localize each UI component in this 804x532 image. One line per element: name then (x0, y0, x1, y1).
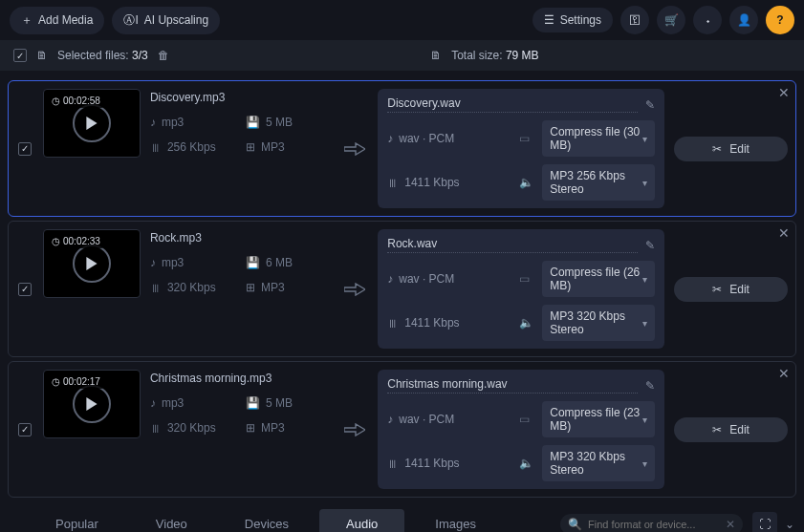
chevron-down-icon: ▾ (642, 415, 647, 425)
bars-icon: ⫼ (387, 316, 399, 330)
destination-panel: Christmas morning.wav ✎ ♪wav · PCM ▭ Com… (378, 370, 664, 489)
source-filename: Rock.mp3 (150, 231, 332, 245)
selected-files-text: Selected files: 3/3 (57, 49, 148, 62)
compress-dropdown[interactable]: Compress file (23 MB)▾ (542, 401, 655, 437)
destination-filename: Christmas morning.wav (387, 377, 638, 394)
search-icon: 🔍 (568, 518, 582, 531)
note-icon: ♪ (150, 256, 156, 269)
format-search[interactable]: 🔍 ✕ (560, 514, 743, 533)
source-filename: Christmas morning.mp3 (150, 372, 332, 385)
bars-icon: ⫼ (150, 140, 162, 154)
files-icon: 🗎 (36, 49, 48, 62)
destination-filename: Rock.wav (387, 237, 638, 253)
settings-label: Settings (560, 13, 601, 27)
disk-icon: 💾 (246, 396, 260, 410)
cart-icon: 🛒 (664, 13, 679, 27)
search-input[interactable] (588, 519, 720, 530)
tab-devices[interactable]: Devices (218, 509, 315, 532)
duration-badge: ◷00:02:58 (48, 94, 104, 108)
help-button[interactable]: ? (766, 6, 794, 34)
quality-dropdown[interactable]: MP3 320 Kbps Stereo▾ (542, 445, 655, 481)
note-icon: ♪ (150, 116, 156, 129)
file-checkbox[interactable]: ✓ (18, 142, 32, 156)
clear-button[interactable]: 🗑 (158, 49, 169, 62)
destination-bitrate: ⫼1411 Kbps (387, 316, 511, 330)
settings-button[interactable]: ☰ Settings (532, 8, 613, 32)
disk-icon: 💾 (246, 116, 260, 129)
edit-button[interactable]: ✂ Edit (674, 277, 788, 302)
source-filename: Discovery.mp3 (150, 91, 332, 104)
remove-file-button[interactable]: ✕ (778, 366, 790, 381)
arrow-icon (341, 229, 368, 349)
add-media-label: Add Media (38, 13, 93, 27)
clock-icon: ◷ (52, 236, 60, 246)
destination-format: ♪wav · PCM (387, 272, 511, 286)
source-size: 💾5 MB (246, 116, 313, 129)
source-bitrate: ⫼320 Kbps (150, 421, 217, 435)
duration-badge: ◷00:02:17 (48, 374, 104, 389)
expand-formats-button[interactable]: ⛶ (752, 512, 777, 533)
user-icon: 👤 (737, 13, 751, 27)
quality-dropdown[interactable]: MP3 320 Kbps Stereo▾ (542, 305, 655, 341)
key-button[interactable]: ⚿ (620, 6, 649, 34)
source-bitrate: ⫼320 Kbps (150, 281, 217, 294)
clock-icon: ◷ (52, 96, 60, 106)
remove-file-button[interactable]: ✕ (778, 225, 790, 241)
scissors-icon: ✂ (712, 423, 722, 436)
source-container: ⊞MP3 (246, 281, 313, 294)
compress-icon: ▭ (519, 272, 534, 286)
rename-button[interactable]: ✎ (645, 98, 655, 112)
note-icon: ♪ (387, 132, 393, 145)
cart-button[interactable]: 🛒 (657, 6, 685, 34)
compress-dropdown[interactable]: Compress file (30 MB)▾ (542, 120, 655, 157)
tab-images[interactable]: Images (408, 509, 503, 532)
file-checkbox[interactable]: ✓ (18, 423, 32, 436)
tab-audio[interactable]: Audio (319, 509, 404, 532)
select-all-checkbox[interactable]: ✓ (13, 49, 27, 62)
ai-upscaling-button[interactable]: ⒶI AI Upscaling (112, 7, 220, 34)
file-checkbox[interactable]: ✓ (18, 283, 32, 296)
duration-badge: ◷00:02:33 (48, 234, 104, 248)
account-button[interactable]: 👤 (729, 6, 758, 34)
file-row: ✕ ✓ ◷00:02:58 Discovery.mp3 ♪mp3 💾5 MB ⫼… (8, 80, 796, 217)
note-icon: ♪ (387, 272, 393, 286)
compress-icon: ▭ (519, 413, 534, 426)
destination-bitrate: ⫼1411 Kbps (387, 457, 511, 470)
file-row: ✕ ✓ ◷00:02:17 Christmas morning.mp3 ♪mp3… (8, 361, 796, 498)
file-row: ✕ ✓ ◷00:02:33 Rock.mp3 ♪mp3 💾6 MB ⫼320 K… (8, 221, 796, 357)
edit-button[interactable]: ✂ Edit (674, 417, 788, 442)
edit-button[interactable]: ✂ Edit (674, 137, 788, 161)
remove-file-button[interactable]: ✕ (778, 85, 790, 100)
play-button[interactable] (73, 104, 111, 142)
tab-popular[interactable]: Popular (29, 509, 125, 532)
chevron-down-icon: ▾ (642, 178, 647, 188)
tab-video[interactable]: Video (129, 509, 214, 532)
rename-button[interactable]: ✎ (645, 379, 655, 393)
source-format: ♪mp3 (150, 396, 217, 410)
ai-upscaling-label: AI Upscaling (144, 13, 208, 27)
source-size: 💾5 MB (246, 396, 313, 410)
note-icon: ♪ (387, 413, 393, 426)
play-button[interactable] (73, 245, 111, 283)
add-media-button[interactable]: ＋ Add Media (10, 7, 104, 34)
chevron-down-icon: ▾ (642, 318, 647, 329)
document-icon: 🗎 (430, 49, 442, 62)
clear-search-icon[interactable]: ✕ (726, 518, 735, 531)
share-button[interactable]: ⬩ (693, 6, 722, 34)
play-button[interactable] (73, 385, 111, 423)
bars-icon: ⫼ (387, 457, 399, 470)
clock-icon: ◷ (52, 376, 60, 387)
quality-dropdown[interactable]: MP3 256 Kbps Stereo▾ (542, 164, 655, 201)
arrow-icon (341, 89, 368, 208)
compress-dropdown[interactable]: Compress file (26 MB)▾ (542, 261, 655, 297)
destination-panel: Discovery.wav ✎ ♪wav · PCM ▭ Compress fi… (378, 89, 664, 208)
help-icon: ? (776, 13, 783, 27)
source-bitrate: ⫼256 Kbps (150, 140, 217, 154)
scissors-icon: ✂ (712, 283, 722, 296)
collapse-panel-button[interactable]: ⌄ (785, 518, 794, 531)
container-icon: ⊞ (246, 281, 255, 294)
rename-button[interactable]: ✎ (645, 239, 655, 252)
source-format: ♪mp3 (150, 116, 217, 129)
chevron-down-icon: ▾ (642, 274, 647, 285)
plus-icon: ＋ (21, 12, 33, 29)
